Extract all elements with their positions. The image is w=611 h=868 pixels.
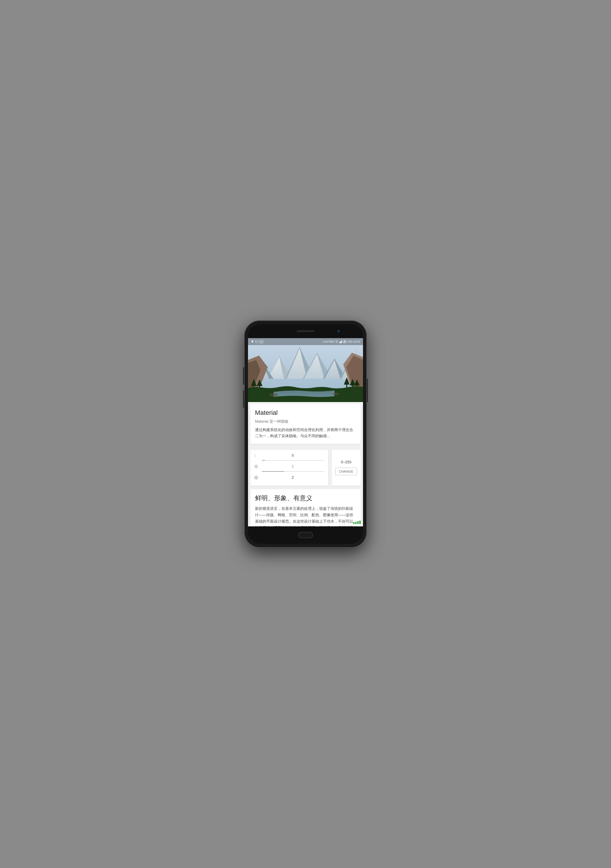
slider-fill-1 bbox=[262, 471, 284, 472]
content-area: Material Material 是一种隐喻 通过构建系统化的动效和空间合理化… bbox=[248, 405, 363, 526]
slider-row-0: 0 bbox=[254, 453, 325, 458]
slider-value-1: 1 bbox=[261, 464, 325, 468]
right-panel: 0~255 CHANGE bbox=[332, 450, 361, 486]
svg-rect-5 bbox=[339, 342, 340, 343]
svg-rect-11 bbox=[344, 341, 345, 341]
wifi-icon bbox=[335, 340, 338, 343]
phone-device: 13 0.43 KB/s bbox=[244, 321, 367, 547]
hero-image: ⋮ bbox=[248, 338, 363, 402]
card-subtitle: Material 是一种隐喻 bbox=[255, 419, 356, 424]
camera-icon bbox=[343, 340, 346, 343]
section2-title: 鲜明、形象、有意义 bbox=[255, 494, 356, 502]
moon-icon bbox=[254, 453, 258, 458]
home-button[interactable] bbox=[298, 532, 313, 538]
wechat-icon bbox=[255, 340, 258, 343]
slider-card: 0 1 bbox=[248, 446, 363, 489]
status-right: 0.43 KB/s bbox=[323, 340, 360, 343]
signal-icon bbox=[339, 340, 342, 343]
battery-percent: 13% bbox=[347, 340, 353, 343]
slider-track-0[interactable] bbox=[262, 460, 325, 461]
battery-bar-2 bbox=[355, 522, 357, 524]
front-camera bbox=[337, 330, 340, 332]
svg-rect-7 bbox=[340, 341, 341, 343]
svg-point-3 bbox=[256, 341, 256, 342]
battery-bars bbox=[353, 521, 361, 524]
speaker bbox=[297, 330, 314, 332]
screen: 13 0.43 KB/s bbox=[248, 338, 363, 526]
slider-section: 0 1 bbox=[250, 450, 328, 486]
svg-rect-1 bbox=[252, 342, 253, 343]
card-material: Material Material 是一种隐喻 通过构建系统化的动效和空间合理化… bbox=[250, 405, 361, 444]
slider-row-2: 2 bbox=[254, 475, 325, 480]
svg-point-42 bbox=[255, 477, 257, 479]
section2: 鲜明、形象、有意义 新的视觉语言，在基本元素的处理上，借鉴了传统的印刷设计——排… bbox=[250, 489, 361, 526]
svg-point-2 bbox=[255, 341, 258, 343]
change-button[interactable]: CHANGE bbox=[335, 468, 357, 475]
gear-small-icon bbox=[254, 464, 258, 469]
range-text: 0~255 bbox=[341, 460, 352, 464]
slider-value-2: 2 bbox=[261, 475, 325, 480]
svg-rect-6 bbox=[340, 342, 340, 343]
svg-point-4 bbox=[257, 341, 257, 342]
bottom-bezel bbox=[248, 526, 363, 544]
svg-point-10 bbox=[344, 341, 345, 343]
slider-fill-0 bbox=[262, 460, 265, 461]
time: 23:31 bbox=[353, 340, 360, 343]
slider-value-0: 0 bbox=[261, 453, 325, 457]
slider-track-1[interactable] bbox=[262, 471, 325, 472]
card-title: Material bbox=[255, 409, 356, 417]
battery-bar-3 bbox=[357, 521, 359, 524]
top-bezel bbox=[248, 324, 363, 338]
speed-text: 0.43 KB/s bbox=[323, 340, 334, 343]
more-icon[interactable]: ⋮ bbox=[353, 347, 359, 354]
notification-badge: 13 bbox=[259, 340, 263, 343]
slider-row-1: 1 bbox=[254, 464, 325, 469]
status-left: 13 bbox=[251, 340, 263, 343]
svg-rect-0 bbox=[252, 341, 253, 342]
status-bar: 13 0.43 KB/s bbox=[248, 338, 363, 345]
notification-icon bbox=[251, 340, 254, 343]
gear-large-icon bbox=[254, 475, 258, 480]
svg-point-40 bbox=[333, 393, 339, 395]
svg-rect-8 bbox=[342, 341, 342, 343]
battery-bar-4 bbox=[359, 521, 361, 524]
section2-body: 新的视觉语言，在基本元素的处理上，借鉴了传统的印刷设计——排版、网格、空间、比例… bbox=[255, 505, 356, 526]
svg-point-41 bbox=[255, 466, 257, 467]
mountain-svg bbox=[248, 338, 363, 402]
svg-point-39 bbox=[269, 393, 278, 396]
card-body: 通过构建系统化的动效和空间合理化利用，并将两个理念合二为一，构成了实体隐喻。与众… bbox=[255, 427, 356, 439]
phone-inner: 13 0.43 KB/s bbox=[248, 324, 363, 544]
battery-bar-1 bbox=[353, 522, 354, 524]
